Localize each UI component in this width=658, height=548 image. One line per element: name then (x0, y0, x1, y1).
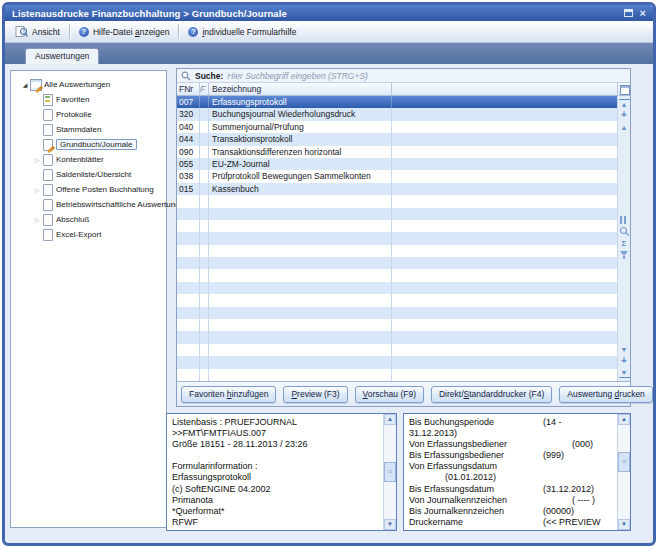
document-icon (42, 154, 52, 165)
document-icon (42, 169, 52, 180)
ansicht-label: Ansicht (32, 27, 60, 37)
table-row-empty (177, 319, 617, 331)
table-row[interactable]: 090Transaktionsdifferenzen horizontal (177, 146, 617, 158)
favorites-icon (42, 94, 52, 105)
tree-item-betriebswirtschaftliche[interactable]: Betriebswirtschaftliche Auswertungen (11, 197, 166, 212)
table-rows: 007Erfassungsprotokoll 320Buchungsjourna… (177, 96, 617, 381)
table-row-empty (177, 294, 617, 306)
scroll-down-icon[interactable] (619, 344, 630, 355)
print-report-button[interactable]: Auswertung drucken (559, 386, 653, 403)
direct-printer-button[interactable]: Direkt/Standarddrucker (F4) (431, 386, 552, 403)
scroll-up-icon[interactable]: ▲ (384, 414, 396, 425)
help-icon (188, 27, 198, 37)
scrollbar-thumb[interactable]: ≡ (384, 462, 396, 482)
table-row[interactable]: 044Transaktionsprotokoll (177, 133, 617, 145)
form-help-button[interactable]: individuelle Formularhilfe (182, 25, 302, 39)
sum-icon[interactable] (619, 238, 630, 249)
table-row-empty (177, 344, 617, 356)
parameters-info-panel: Bis Buchungsperiode(14 - 31.12.2013) Von… (403, 413, 631, 531)
preview-f3-button[interactable]: Preview (F3) (283, 386, 347, 403)
table-header: FNr F Bezeichnung (177, 83, 630, 96)
search-icon (181, 71, 191, 81)
table-row-empty (177, 282, 617, 294)
search-bar: Suche: (177, 69, 630, 83)
tree-collapsed-icon[interactable] (32, 185, 42, 194)
column-header-bezeichnung[interactable]: Bezeichnung (209, 83, 392, 95)
tree-item-offene-posten[interactable]: Offene Posten Buchhaltung (11, 182, 166, 197)
scroll-down-icon[interactable]: ▼ (384, 519, 396, 530)
restore-icon[interactable] (624, 9, 633, 17)
table-row-empty (177, 307, 617, 319)
evaluations-tree-panel: Alle Auswertungen Favoriten Protokolle S… (10, 70, 167, 528)
help-file-label: Hilfe-Datei anzeigen (93, 27, 170, 37)
grid-search-icon[interactable] (619, 226, 630, 237)
scroll-up-icon[interactable]: ▲ (618, 414, 630, 425)
form-info-text: Listenbasis : PRUEFJOURNAL >>FMT\FMTFIAU… (167, 414, 383, 530)
table-row[interactable]: 055EU-ZM-Journal (177, 158, 617, 170)
report-list-panel: Suche: FNr F Bezeichnung 007Erfassungspr… (176, 68, 631, 407)
scroll-first-icon[interactable] (619, 99, 630, 109)
title-bar: Listenausdrucke Finanzbuchhaltung > Grun… (5, 5, 653, 21)
document-icon (42, 229, 52, 240)
action-button-bar: Favoriten hinzufügen Preview (F3) Vorsch… (177, 381, 630, 406)
view-icon (15, 26, 28, 37)
tab-strip: Auswertungen (5, 43, 653, 64)
tree-item-abschluss[interactable]: Abschluß (11, 212, 166, 227)
table-row-empty (177, 369, 617, 381)
tree-item-excel-export[interactable]: Excel-Export (11, 227, 166, 242)
ansicht-button[interactable]: Ansicht (9, 24, 66, 39)
table-row[interactable]: 040Summenjournal/Prüfung (177, 121, 617, 133)
journal-edit-icon (42, 139, 52, 150)
table-row-empty (177, 331, 617, 343)
table-row-empty (177, 232, 617, 244)
tree-collapsed-icon[interactable] (32, 155, 42, 164)
document-icon (42, 184, 52, 195)
window-frame: Listenausdrucke Finanzbuchhaltung > Grun… (2, 2, 656, 546)
document-icon (42, 199, 52, 210)
tree-item-alle-auswertungen[interactable]: Alle Auswertungen (11, 77, 166, 92)
document-icon (42, 214, 52, 225)
scrollbar: ▲ ≡ ▼ (383, 414, 396, 530)
tree-item-grundbuch-journale[interactable]: Grundbuch/Journale (11, 137, 166, 152)
tree-item-protokolle[interactable]: Protokolle (11, 107, 166, 122)
title-buttons: × (624, 7, 646, 19)
column-options-icon[interactable] (617, 83, 630, 95)
help-file-button[interactable]: Hilfe-Datei anzeigen (73, 25, 176, 39)
scrollbar-thumb[interactable]: ≡ (618, 452, 630, 472)
grid-tool-strip (617, 96, 630, 381)
add-icon[interactable] (619, 356, 630, 367)
toolbar: Ansicht Hilfe-Datei anzeigen individuell… (5, 21, 653, 43)
filter-icon[interactable] (619, 251, 630, 262)
application-window: Listenausdrucke Finanzbuchhaltung > Grun… (0, 0, 658, 548)
tree-item-saldenliste[interactable]: Saldenliste/Übersicht (11, 167, 166, 182)
vorschau-f9-button[interactable]: Vorschau (F9) (355, 386, 424, 403)
table-row[interactable]: 015Kassenbuch (177, 183, 617, 195)
tree-collapsed-icon[interactable] (32, 215, 42, 224)
search-input[interactable] (227, 70, 630, 82)
close-icon[interactable]: × (640, 7, 646, 19)
scroll-down-icon[interactable]: ▼ (618, 519, 630, 530)
document-icon (42, 109, 52, 120)
tree-item-favoriten[interactable]: Favoriten (11, 92, 166, 107)
help-icon (79, 27, 89, 37)
tree-item-stammdaten[interactable]: Stammdaten (11, 122, 166, 137)
table-row-selected[interactable]: 007Erfassungsprotokoll (177, 96, 617, 108)
tree-expanded-icon[interactable] (20, 80, 30, 89)
table-row[interactable]: 038Prüfprotokoll Bewegungen Sammelkonten (177, 170, 617, 182)
table-row[interactable]: 320Buchungsjournal Wiederholungsdruck (177, 108, 617, 120)
table-body: 007Erfassungsprotokoll 320Buchungsjourna… (177, 96, 630, 381)
add-favorites-button[interactable]: Favoriten hinzufügen (181, 386, 276, 403)
search-label: Suche: (195, 71, 223, 81)
tab-auswertungen[interactable]: Auswertungen (25, 48, 99, 64)
column-header-f[interactable]: F (200, 83, 209, 95)
scrollbar: ▲ ≡ ▼ (617, 414, 630, 530)
scroll-up-icon[interactable] (619, 122, 630, 133)
document-icon (42, 124, 52, 135)
table-row-empty (177, 245, 617, 257)
table-row-empty (177, 220, 617, 232)
scroll-last-icon[interactable] (619, 368, 630, 378)
columns-icon[interactable] (620, 216, 628, 224)
column-header-fnr[interactable]: FNr (177, 83, 200, 95)
add-icon[interactable] (619, 110, 630, 121)
tree-item-kontenblaetter[interactable]: Kontenblätter (11, 152, 166, 167)
